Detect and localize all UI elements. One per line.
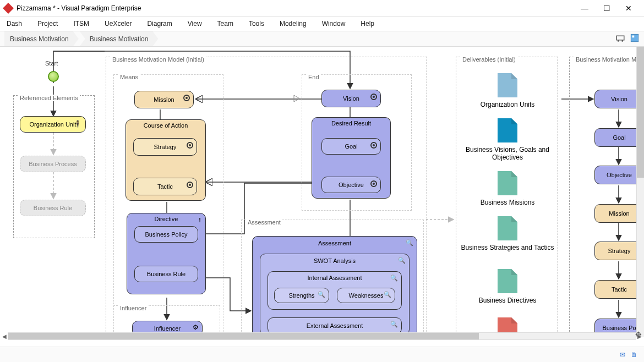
- toolbar-icon-1[interactable]: [615, 33, 625, 45]
- minimize-button[interactable]: —: [574, 1, 596, 16]
- svg-point-1: [618, 40, 619, 42]
- group-label: Business Motivation Model (Initial): [111, 56, 206, 63]
- node-external-assessment[interactable]: External Assessment 🔍: [268, 317, 402, 334]
- start-label: Start: [45, 60, 58, 67]
- magnify-icon: 🔍: [406, 239, 413, 246]
- group-label: Referenced Elements: [18, 95, 80, 101]
- app-logo: [3, 3, 14, 14]
- group-label: Influencer: [118, 305, 148, 311]
- group-label: Means: [118, 74, 140, 80]
- menu-uexceler[interactable]: UeXceler: [105, 20, 132, 28]
- node-business-policy[interactable]: Business Policy: [134, 226, 198, 243]
- menu-tools[interactable]: Tools: [249, 20, 264, 28]
- mail-icon[interactable]: ✉: [620, 351, 625, 359]
- deliverable-visions[interactable]: Business Visions, Goals and Objectives: [458, 118, 557, 161]
- target-icon: [370, 94, 377, 100]
- horizontal-scrollbar[interactable]: ◀ ▶: [8, 332, 636, 340]
- menu-bar: Dash Project ITSM UeXceler Diagram View …: [0, 17, 644, 31]
- svg-rect-3: [631, 34, 638, 42]
- magnify-icon: 🔍: [390, 275, 398, 282]
- menu-project[interactable]: Project: [37, 20, 58, 28]
- magnify-icon: 🔍: [318, 291, 325, 298]
- node-business-rule[interactable]: Business Rule: [134, 266, 198, 282]
- deliverable-missions[interactable]: Business Missions: [458, 171, 557, 206]
- vertical-scrollbar[interactable]: [636, 47, 644, 337]
- group-label: Assessment: [246, 219, 282, 226]
- svg-rect-4: [632, 36, 635, 38]
- breadcrumb-2[interactable]: Business Motivation: [80, 31, 159, 46]
- group-label: Deliverables (Initial): [461, 56, 517, 63]
- diagram-canvas[interactable]: Start Referenced Elements Organization U…: [0, 47, 644, 337]
- pan-handle-icon[interactable]: ✥: [635, 330, 642, 339]
- magnify-icon: 🔍: [384, 291, 391, 298]
- breadcrumb-1[interactable]: Business Motivation: [4, 31, 79, 46]
- deliverable-org-units[interactable]: Organization Units: [458, 73, 557, 108]
- title-bar: Pizzamama * - Visual Paradigm Enterprise…: [0, 0, 644, 17]
- node-business-process[interactable]: Business Process: [20, 156, 86, 172]
- node-business-rule-ref[interactable]: Business Rule: [20, 200, 86, 216]
- node-organization-unit[interactable]: Organization Unit 🕴: [20, 116, 86, 133]
- menu-view[interactable]: View: [188, 20, 202, 28]
- target-icon: [187, 182, 193, 188]
- gear-icon: ⚙: [193, 323, 199, 331]
- target-icon: [183, 95, 190, 101]
- toolbar-icon-2[interactable]: [630, 33, 640, 45]
- start-node[interactable]: [48, 71, 59, 82]
- group-means[interactable]: Means: [113, 74, 223, 337]
- maximize-button[interactable]: ☐: [596, 1, 618, 16]
- node-strategy[interactable]: Strategy: [133, 138, 197, 156]
- deliverable-directives[interactable]: Business Directives: [458, 269, 557, 304]
- deliverable-strategies[interactable]: Business Strategies and Tactics: [458, 216, 557, 251]
- menu-dash[interactable]: Dash: [7, 20, 22, 28]
- menu-itsm[interactable]: ITSM: [73, 20, 89, 28]
- magnify-icon: 🔍: [398, 257, 406, 264]
- svg-rect-0: [616, 36, 624, 40]
- menu-modeling[interactable]: Modeling: [280, 20, 307, 28]
- node-vision[interactable]: Vision: [321, 90, 381, 107]
- group-label: Business Motivation M: [574, 56, 638, 63]
- breadcrumb-bar: Business Motivation Business Motivation: [0, 31, 644, 47]
- node-goal[interactable]: Goal: [321, 138, 381, 155]
- close-button[interactable]: ✕: [618, 1, 640, 16]
- target-icon: [187, 142, 193, 149]
- menu-diagram[interactable]: Diagram: [147, 20, 172, 28]
- target-icon: [370, 142, 377, 149]
- node-strengths[interactable]: Strengths 🔍: [274, 288, 329, 303]
- target-icon: [370, 180, 377, 187]
- node-mission[interactable]: Mission: [134, 91, 194, 108]
- magnify-icon: 🔍: [390, 321, 398, 328]
- menu-window[interactable]: Window: [322, 20, 346, 28]
- window-title: Pizzamama * - Visual Paradigm Enterprise: [17, 4, 574, 12]
- group-label: End: [307, 74, 321, 80]
- status-bar: ✉ 🗎: [0, 347, 644, 362]
- actor-icon: 🕴: [73, 120, 82, 128]
- note-icon: !: [199, 217, 201, 223]
- scroll-left-icon[interactable]: ◀: [1, 333, 8, 339]
- node-tactic[interactable]: Tactic: [133, 178, 197, 195]
- node-weaknesses[interactable]: Weaknesses 🔍: [337, 288, 395, 303]
- menu-team[interactable]: Team: [217, 20, 233, 28]
- note-icon[interactable]: 🗎: [631, 351, 637, 359]
- menu-help[interactable]: Help: [361, 20, 374, 28]
- node-objective[interactable]: Objective: [321, 177, 381, 193]
- svg-point-2: [621, 40, 623, 42]
